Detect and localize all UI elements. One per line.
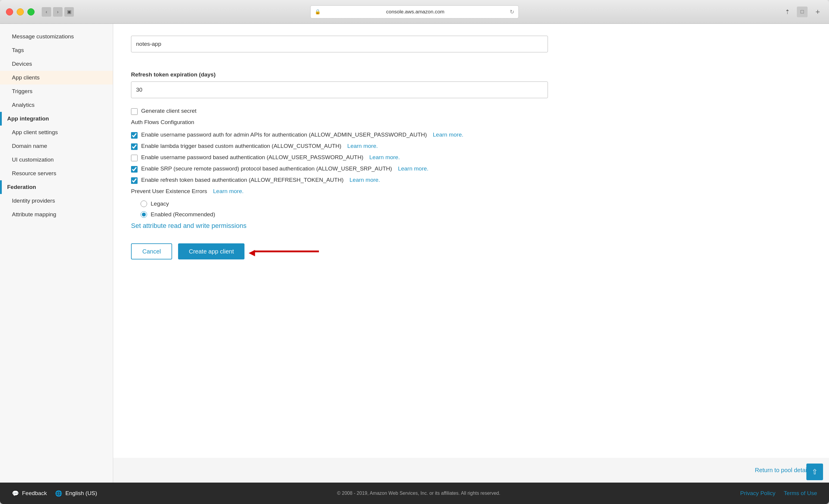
- sidebar-item-ui-customization[interactable]: UI customization: [0, 153, 113, 167]
- nav-buttons: ‹ › ▣: [42, 7, 74, 17]
- app-name-input[interactable]: [131, 36, 548, 52]
- privacy-policy-link[interactable]: Privacy Policy: [740, 490, 776, 497]
- radio-enabled: Enabled (Recommended): [131, 211, 811, 218]
- return-link-area: Return to pool details: [113, 458, 829, 482]
- auth-flow-3: Enable SRP (secure remote password) prot…: [131, 165, 811, 172]
- add-tab-button[interactable]: +: [812, 6, 823, 17]
- content-area: Refresh token expiration (days) Generate…: [113, 24, 829, 482]
- return-to-pool-link[interactable]: Return to pool details: [755, 467, 811, 473]
- prevent-errors-section: Prevent User Existence Errors Learn more…: [131, 188, 811, 195]
- sidebar-item-app-clients[interactable]: App clients: [0, 71, 113, 84]
- radio-legacy: Legacy: [131, 200, 811, 207]
- terms-of-use-link[interactable]: Terms of Use: [784, 490, 817, 497]
- globe-icon: 🌐: [55, 490, 62, 497]
- auth-flow-0-learn-more[interactable]: Learn more.: [433, 131, 463, 138]
- sidebar-item-resource-servers[interactable]: Resource servers: [0, 167, 113, 180]
- sidebar-item-devices[interactable]: Devices: [0, 57, 113, 71]
- sidebar-item-tags[interactable]: Tags: [0, 43, 113, 57]
- maximize-button[interactable]: [27, 8, 35, 15]
- back-button[interactable]: ‹: [42, 7, 51, 17]
- radio-legacy-input[interactable]: [141, 200, 147, 207]
- auth-flows-heading: Auth Flows Configuration: [131, 119, 811, 125]
- footer: 💬 Feedback 🌐 English (US) © 2008 - 2019,…: [0, 482, 829, 504]
- footer-copyright: © 2008 - 2019, Amazon Web Services, Inc.…: [97, 491, 740, 496]
- auth-flow-1-learn-more[interactable]: Learn more.: [347, 143, 377, 149]
- sidebar-item-attribute-mapping[interactable]: Attribute mapping: [0, 208, 113, 221]
- sidebar-item-federation[interactable]: Federation: [0, 180, 113, 194]
- refresh-token-label: Refresh token expiration (days): [131, 71, 811, 78]
- sidebar-item-app-client-settings[interactable]: App client settings: [0, 125, 113, 139]
- feedback-button[interactable]: 💬 Feedback: [12, 490, 47, 497]
- generate-secret-group: Generate client secret: [131, 108, 811, 115]
- auth-flow-0: Enable username password auth for admin …: [131, 131, 811, 139]
- sidebar-item-triggers[interactable]: Triggers: [0, 84, 113, 98]
- refresh-icon[interactable]: ↻: [510, 9, 514, 15]
- main-layout: Message customizations Tags Devices App …: [0, 24, 829, 482]
- sidebar: Message customizations Tags Devices App …: [0, 24, 113, 482]
- radio-enabled-input[interactable]: [141, 211, 147, 218]
- generate-secret-checkbox[interactable]: [131, 108, 138, 115]
- app-name-group: [131, 36, 811, 62]
- tab-icon[interactable]: □: [797, 6, 807, 17]
- cancel-button[interactable]: Cancel: [131, 243, 172, 260]
- feedback-icon: 💬: [12, 490, 19, 497]
- auth-flow-4-checkbox[interactable]: [131, 177, 138, 184]
- url-bar[interactable]: 🔒 console.aws.amazon.com ↻: [310, 5, 519, 18]
- auth-flow-4: Enable refresh token based authenticatio…: [131, 177, 811, 184]
- language-selector[interactable]: 🌐 English (US): [55, 490, 97, 497]
- auth-flow-0-checkbox[interactable]: [131, 132, 138, 139]
- generate-secret-label[interactable]: Generate client secret: [131, 108, 811, 115]
- auth-flow-2: Enable username password based authentic…: [131, 154, 811, 161]
- lock-icon: 🔒: [315, 9, 321, 14]
- prevent-errors-learn-more[interactable]: Learn more.: [213, 188, 244, 195]
- create-app-client-button[interactable]: Create app client: [178, 243, 245, 260]
- sidebar-item-message-customizations[interactable]: Message customizations: [0, 30, 113, 43]
- auth-flow-3-learn-more[interactable]: Learn more.: [398, 165, 428, 172]
- url-text: console.aws.amazon.com: [323, 9, 507, 15]
- auth-flow-4-learn-more[interactable]: Learn more.: [350, 177, 380, 183]
- prevent-errors-label: Prevent User Existence Errors: [131, 188, 207, 195]
- sidebar-item-app-integration[interactable]: App integration: [0, 112, 113, 125]
- footer-right: Privacy Policy Terms of Use: [740, 490, 817, 497]
- minimize-button[interactable]: [17, 8, 24, 15]
- close-button[interactable]: [6, 8, 13, 15]
- auth-flow-2-checkbox[interactable]: [131, 155, 138, 161]
- toolbar-right: ⇡ □ +: [783, 6, 823, 17]
- auth-flow-3-checkbox[interactable]: [131, 166, 138, 172]
- sidebar-item-analytics[interactable]: Analytics: [0, 98, 113, 112]
- content-panel: Refresh token expiration (days) Generate…: [113, 24, 829, 458]
- auth-flow-1: Enable lambda trigger based custom authe…: [131, 143, 811, 150]
- forward-button[interactable]: ›: [53, 7, 63, 17]
- scroll-top-button[interactable]: ⇧: [806, 464, 823, 480]
- share-icon[interactable]: ⇡: [783, 7, 792, 17]
- auth-flow-1-checkbox[interactable]: [131, 144, 138, 150]
- traffic-lights: [6, 8, 35, 15]
- arrow-annotation: ◀: [253, 250, 319, 252]
- auth-flow-2-learn-more[interactable]: Learn more.: [369, 154, 400, 161]
- attr-permissions-link[interactable]: Set attribute read and write permissions: [131, 222, 247, 230]
- refresh-token-input[interactable]: [131, 81, 548, 98]
- sidebar-item-domain-name[interactable]: Domain name: [0, 139, 113, 153]
- titlebar: ‹ › ▣ 🔒 console.aws.amazon.com ↻ ⇡ □ +: [0, 0, 829, 24]
- refresh-token-group: Refresh token expiration (days): [131, 71, 811, 98]
- sidebar-item-identity-providers[interactable]: Identity providers: [0, 194, 113, 208]
- footer-left: 💬 Feedback 🌐 English (US): [12, 490, 97, 497]
- reader-view-button[interactable]: ▣: [64, 7, 74, 17]
- button-row: Cancel Create app client ◀: [131, 243, 811, 260]
